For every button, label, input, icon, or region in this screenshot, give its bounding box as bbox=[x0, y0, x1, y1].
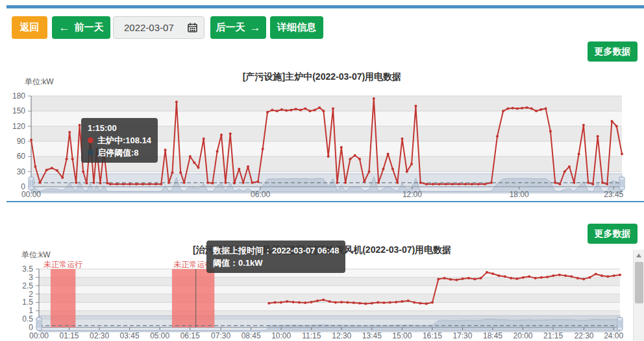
x-tick-label: 15:00 bbox=[392, 331, 412, 340]
data-point bbox=[197, 166, 200, 169]
data-point bbox=[546, 276, 549, 278]
datazoom-handle-grip[interactable] bbox=[36, 318, 42, 331]
data-point bbox=[242, 182, 245, 184]
data-point bbox=[413, 301, 415, 303]
data-point bbox=[164, 148, 167, 151]
data-point bbox=[304, 301, 306, 304]
more-data-button-chart2[interactable]: 更多数据 bbox=[588, 224, 638, 244]
y-tick-label: 1.5 bbox=[22, 298, 33, 307]
data-point bbox=[552, 274, 554, 277]
data-point bbox=[274, 301, 277, 303]
back-button-label: 返回 bbox=[20, 21, 40, 34]
data-point bbox=[122, 183, 125, 185]
datazoom-handle[interactable] bbox=[619, 177, 625, 190]
data-point bbox=[327, 155, 330, 158]
data-point bbox=[425, 303, 428, 305]
datazoom-handle[interactable] bbox=[617, 318, 623, 331]
data-point bbox=[148, 183, 151, 185]
x-tick-label: 10:00 bbox=[271, 331, 291, 340]
datazoom-handle[interactable] bbox=[36, 318, 42, 331]
data-point bbox=[340, 301, 343, 303]
x-tick-label: 24:00 bbox=[604, 331, 623, 340]
prev-day-button[interactable]: ← 前一天 bbox=[52, 16, 110, 39]
data-point bbox=[160, 183, 162, 185]
data-point bbox=[387, 152, 390, 155]
data-point bbox=[175, 100, 178, 103]
data-point bbox=[601, 274, 603, 277]
data-point bbox=[354, 154, 356, 157]
data-point bbox=[597, 135, 599, 137]
data-point bbox=[322, 110, 325, 112]
data-point bbox=[516, 277, 519, 280]
data-point bbox=[82, 170, 84, 173]
y-tick-label: 60 bbox=[17, 152, 26, 161]
data-point bbox=[595, 273, 597, 276]
data-point bbox=[328, 300, 331, 303]
x-tick-label: 05:00 bbox=[150, 331, 169, 340]
x-tick-label: 00:00 bbox=[29, 331, 49, 340]
data-point bbox=[449, 278, 452, 281]
next-day-label: 后一天 bbox=[216, 21, 245, 34]
detail-info-button[interactable]: 详细信息 bbox=[270, 16, 323, 39]
x-tick-label: 17:30 bbox=[452, 331, 472, 340]
data-point bbox=[309, 110, 312, 112]
data-point bbox=[549, 130, 552, 132]
data-point bbox=[510, 277, 512, 279]
data-point bbox=[51, 167, 53, 169]
data-point bbox=[193, 161, 195, 164]
back-button[interactable]: 返回 bbox=[12, 16, 47, 39]
data-point bbox=[292, 301, 295, 303]
datazoom-handle[interactable] bbox=[29, 177, 34, 190]
x-tick-label: 02:30 bbox=[90, 331, 109, 340]
data-point bbox=[377, 301, 379, 303]
data-point bbox=[79, 124, 81, 126]
data-point bbox=[539, 108, 542, 111]
arrow-left-icon: ← bbox=[59, 22, 70, 33]
datazoom-handle-grip[interactable] bbox=[29, 177, 34, 190]
data-point bbox=[490, 182, 493, 184]
data-point bbox=[229, 132, 232, 135]
scrollbar-up-arrow-icon[interactable] bbox=[636, 253, 641, 257]
grid-band bbox=[39, 277, 620, 286]
abnormal-mark-area bbox=[172, 269, 214, 327]
next-day-button[interactable]: 后一天 → bbox=[210, 16, 266, 39]
data-point bbox=[445, 183, 447, 185]
data-point bbox=[573, 182, 575, 184]
data-point bbox=[347, 301, 349, 303]
data-point bbox=[443, 277, 446, 279]
data-point bbox=[455, 279, 458, 281]
data-point bbox=[314, 109, 316, 112]
datazoom-handle-grip[interactable] bbox=[617, 318, 623, 331]
date-value: 2022-03-07 bbox=[124, 22, 188, 33]
data-point bbox=[349, 158, 351, 160]
data-point bbox=[304, 107, 306, 110]
x-tick-label: 12:00 bbox=[402, 190, 422, 199]
data-point bbox=[216, 150, 219, 153]
data-point bbox=[568, 165, 571, 168]
scrollbar-thumb[interactable] bbox=[635, 262, 643, 303]
data-point bbox=[401, 300, 403, 303]
datazoom-handle-grip[interactable] bbox=[619, 177, 625, 190]
data-point bbox=[334, 301, 337, 303]
arrow-right-icon: → bbox=[250, 22, 261, 33]
data-point bbox=[480, 277, 482, 279]
data-point bbox=[554, 182, 556, 184]
x-tick-label: 23:45 bbox=[604, 190, 623, 199]
top-accent-bar bbox=[6, 5, 644, 8]
data-point bbox=[39, 182, 42, 184]
data-point bbox=[582, 277, 585, 280]
vertical-scrollbar[interactable] bbox=[633, 250, 644, 341]
data-point bbox=[467, 277, 470, 279]
date-input[interactable]: 2022-03-07 bbox=[113, 16, 204, 39]
y-tick-label: 2 bbox=[29, 290, 33, 299]
grid-band bbox=[39, 286, 620, 294]
data-point bbox=[251, 182, 253, 184]
data-point bbox=[373, 97, 375, 100]
data-point bbox=[540, 276, 543, 279]
x-tick-label: 01:15 bbox=[60, 331, 79, 340]
data-point bbox=[534, 277, 537, 279]
data-point bbox=[363, 180, 365, 183]
data-point bbox=[564, 274, 567, 277]
more-data-button-chart1[interactable]: 更多数据 bbox=[588, 41, 638, 62]
data-point bbox=[86, 182, 88, 185]
